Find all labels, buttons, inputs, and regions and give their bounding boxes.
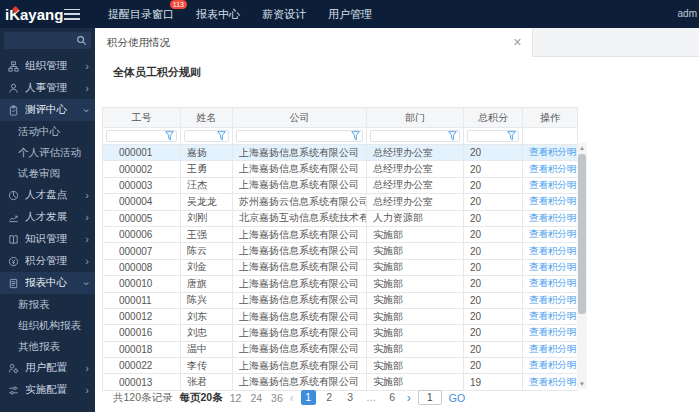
table-row[interactable]: 000006王强上海嘉扬信息系统有限公司实施部20查看积分明细 [103, 226, 578, 242]
prev-page-icon[interactable]: ‹ [290, 391, 294, 405]
view-points-detail-link[interactable]: 查看积分明细 [529, 359, 578, 370]
table-row[interactable]: 000003汪杰上海嘉扬信息系统有限公司总经理办公室20查看积分明细 [103, 177, 578, 193]
view-points-detail-link[interactable]: 查看积分明细 [529, 376, 578, 387]
table-row[interactable]: 000002王勇上海嘉扬信息系统有限公司总经理办公室20查看积分明细 [103, 161, 578, 177]
filter-icon[interactable] [217, 131, 226, 141]
menu-toggle-icon[interactable] [64, 9, 80, 20]
sidebar-subitem[interactable]: 试卷审阅 [0, 163, 95, 184]
scrollbar-thumb[interactable] [578, 154, 586, 314]
filter-input[interactable] [467, 130, 519, 142]
page-buttons: 123…6 [301, 390, 400, 405]
view-points-detail-link[interactable]: 查看积分明细 [529, 245, 578, 256]
filter-icon[interactable] [165, 131, 174, 141]
view-points-detail-link[interactable]: 查看积分明细 [529, 343, 578, 354]
close-icon[interactable]: ✕ [513, 36, 522, 49]
top-nav-item[interactable]: 薪资设计 [262, 7, 306, 22]
filter-input[interactable] [106, 130, 177, 142]
sidebar-item[interactable]: 用户配置› [0, 357, 95, 379]
page-button[interactable]: 1 [301, 390, 316, 405]
filter-icon[interactable] [351, 131, 360, 141]
sidebar-subitem[interactable]: 个人评估活动 [0, 142, 95, 163]
column-header[interactable]: 操作 [523, 108, 578, 128]
sidebar-item[interactable]: 报表中心› [0, 272, 95, 294]
view-points-detail-link[interactable]: 查看积分明细 [529, 326, 578, 337]
sidebar-search-input[interactable] [4, 32, 76, 49]
go-button[interactable]: GO [449, 392, 465, 404]
table-row[interactable]: 000022李传上海嘉扬信息系统有限公司实施部20查看积分明细 [103, 358, 578, 374]
top-nav-item[interactable]: 提醒目录窗口113 [108, 7, 174, 22]
current-user-label[interactable]: adm [678, 8, 697, 19]
sidebar-subitem[interactable]: 其他报表 [0, 336, 95, 357]
view-points-detail-link[interactable]: 查看积分明细 [529, 277, 578, 288]
sidebar-item[interactable]: 人才盘点› [0, 184, 95, 206]
scroll-up-icon[interactable]: ▲ [577, 143, 587, 153]
table-row[interactable]: 000012刘东上海嘉扬信息系统有限公司实施部20查看积分明细 [103, 308, 578, 324]
tab-points-usage[interactable]: 积分使用情况 ✕ [95, 28, 533, 57]
table-row[interactable]: 000005刘刚北京嘉扬互动信息系统技术有限...人力资源部20查看积分明细 [103, 210, 578, 226]
filter-input[interactable] [184, 130, 229, 142]
filter-cell[interactable] [103, 128, 181, 145]
view-points-detail-link[interactable]: 查看积分明细 [529, 310, 578, 321]
next-page-icon[interactable]: › [407, 391, 411, 405]
page-button[interactable]: 3 [343, 390, 358, 405]
table-row[interactable]: 000007陈云上海嘉扬信息系统有限公司实施部20查看积分明细 [103, 243, 578, 259]
filter-cell[interactable] [464, 128, 523, 145]
top-nav-item[interactable]: 用户管理 [328, 7, 372, 22]
page-size-option[interactable]: 24 [250, 392, 262, 404]
table-row[interactable]: 000018温中上海嘉扬信息系统有限公司实施部20查看积分明细 [103, 341, 578, 357]
view-points-detail-link[interactable]: 查看积分明细 [529, 146, 578, 157]
column-header[interactable]: 总积分 [464, 108, 523, 128]
filter-input[interactable] [370, 130, 460, 142]
cell-name: 王强 [181, 226, 233, 242]
table-row[interactable]: 000010唐旗上海嘉扬信息系统有限公司实施部20查看积分明细 [103, 276, 578, 292]
view-points-detail-link[interactable]: 查看积分明细 [529, 179, 578, 190]
per-page-label[interactable]: 每页20条 [180, 391, 223, 405]
page-size-option[interactable]: 36 [271, 392, 283, 404]
sidebar-item-label: 人才发展 [25, 210, 85, 224]
top-nav-item[interactable]: 报表中心 [196, 7, 240, 22]
view-points-detail-link[interactable]: 查看积分明细 [529, 228, 578, 239]
table-row[interactable]: 000016刘忠上海嘉扬信息系统有限公司实施部20查看积分明细 [103, 325, 578, 341]
cell-department: 实施部 [367, 276, 464, 292]
sidebar-subitem[interactable]: 组织机构报表 [0, 315, 95, 336]
column-header[interactable]: 姓名 [181, 108, 233, 128]
scroll-down-icon[interactable]: ▼ [577, 379, 587, 389]
table-row[interactable]: 000011陈兴上海嘉扬信息系统有限公司实施部20查看积分明细 [103, 292, 578, 308]
cell-employee-id: 000012 [103, 308, 181, 324]
filter-icon[interactable] [448, 131, 457, 141]
sidebar-subitem[interactable]: 活动中心 [0, 121, 95, 142]
sidebar-item[interactable]: 人事管理› [0, 77, 95, 99]
filter-icon[interactable] [507, 131, 516, 141]
table-row[interactable]: 000013张君上海嘉扬信息系统有限公司实施部19查看积分明细 [103, 374, 578, 390]
view-points-detail-link[interactable]: 查看积分明细 [529, 195, 578, 206]
column-header[interactable]: 工号 [103, 108, 181, 128]
column-header[interactable]: 部门 [367, 108, 464, 128]
sidebar-item[interactable]: 人才发展› [0, 206, 95, 228]
table-row[interactable]: 000001嘉扬上海嘉扬信息系统有限公司总经理办公室20查看积分明细 [103, 145, 578, 161]
filter-cell[interactable] [233, 128, 367, 145]
sidebar-item[interactable]: 组织管理› [0, 55, 95, 77]
filter-input[interactable] [236, 130, 363, 142]
table-scrollbar[interactable]: ▲ ▼ [577, 143, 587, 389]
sidebar-item[interactable]: 测评中心› [0, 99, 95, 121]
view-points-detail-link[interactable]: 查看积分明细 [529, 212, 578, 223]
column-header[interactable]: 公司 [233, 108, 367, 128]
sidebar-item[interactable]: 实施配置› [0, 379, 95, 401]
jump-page-input[interactable] [418, 390, 442, 405]
view-points-detail-link[interactable]: 查看积分明细 [529, 261, 578, 272]
filter-cell[interactable] [181, 128, 233, 145]
filter-cell[interactable] [367, 128, 464, 145]
clipboard-icon [8, 104, 20, 116]
sidebar-subitem[interactable]: 新报表 [0, 294, 95, 315]
sidebar-item[interactable]: 知识管理› [0, 228, 95, 250]
view-points-detail-link[interactable]: 查看积分明细 [529, 294, 578, 305]
table-row[interactable]: 000004吴龙龙苏州嘉扬云信息系统有限公司总经理办公室20查看积分明细 [103, 194, 578, 210]
page-size-option[interactable]: 12 [230, 392, 242, 404]
page-button[interactable]: 2 [322, 390, 337, 405]
sidebar-item[interactable]: 积分管理› [0, 250, 95, 272]
chevron-down-icon: › [82, 281, 93, 285]
sidebar-item-label: 测评中心 [25, 103, 85, 117]
view-points-detail-link[interactable]: 查看积分明细 [529, 163, 578, 174]
table-row[interactable]: 000008刘金上海嘉扬信息系统有限公司实施部20查看积分明细 [103, 259, 578, 275]
page-button[interactable]: 6 [385, 390, 400, 405]
